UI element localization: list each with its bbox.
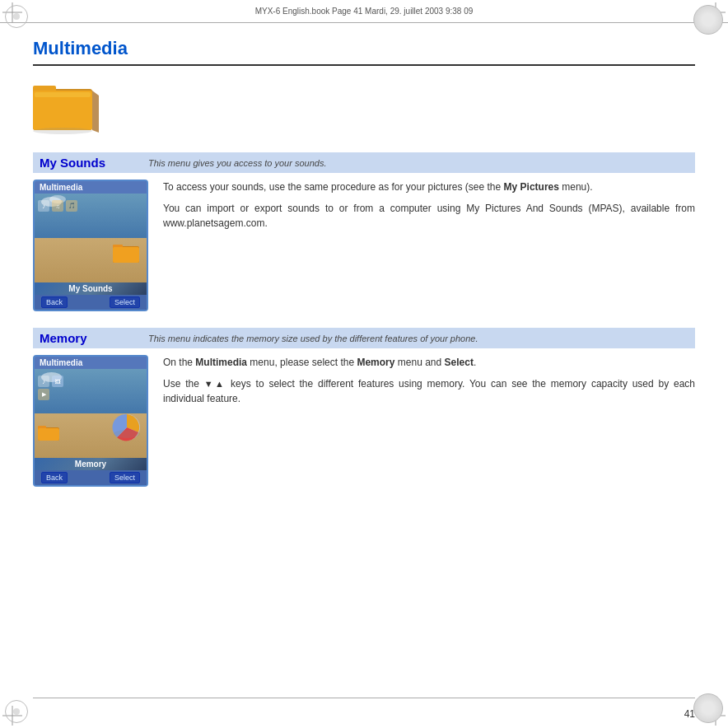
my-sounds-bold: My Pictures (504, 181, 559, 193)
header-bar: MYX-6 English.book Page 41 Mardi, 29. ju… (0, 0, 728, 23)
my-sounds-body: Multimedia ♪ ♫ 🎵 (33, 180, 695, 311)
memory-pic-icon: 🖼 (52, 376, 63, 387)
memory-arrows: ▼▲ (204, 379, 226, 389)
main-content: Multimedia My Sounds This me (33, 23, 695, 695)
memory-note-icon: ♪ (38, 376, 49, 387)
my-sounds-text-p1-end: menu). (559, 181, 593, 193)
memory-icon-row2: ▶ (38, 389, 63, 400)
memory-section: Memory This menu indicates the memory si… (33, 328, 695, 487)
my-sounds-phone: Multimedia ♪ ♫ 🎵 (33, 180, 148, 311)
memory-para2: Use the ▼▲ keys to select the different … (163, 376, 695, 406)
my-sounds-select-btn[interactable]: Select (110, 296, 140, 308)
my-sounds-para1: To access your sounds, use the same proc… (163, 180, 695, 194)
my-sounds-screen: ♪ ♫ 🎵 (35, 194, 147, 282)
memory-text-p1-mid: menu, please select the (247, 357, 357, 368)
bottom-rule (33, 698, 695, 698)
memory-screen: ♪ 🖼 ▶ (35, 369, 147, 458)
memory-pie-chart (110, 411, 143, 445)
my-sounds-para2: You can import or export sounds to or fr… (163, 201, 695, 231)
folder-icon-area (33, 79, 695, 139)
circle-top-right (693, 5, 723, 35)
my-sounds-title: My Sounds (40, 156, 138, 170)
memory-bold1: Multimedia (195, 357, 247, 368)
music-icon: ♫ (52, 200, 63, 212)
icon-list: ♪ ♫ 🎵 (38, 200, 77, 212)
memory-phone: Multimedia ♪ 🖼 ▶ (33, 355, 148, 487)
memory-text-p1-start: On the (163, 357, 195, 368)
my-sounds-text: To access your sounds, use the same proc… (163, 180, 695, 311)
my-sounds-text-p1: To access your sounds, use the same proc… (163, 181, 504, 193)
my-sounds-phone-header: Multimedia (35, 181, 147, 194)
memory-text-p2-start: Use the (163, 378, 204, 390)
memory-text-p1-end: . (474, 357, 476, 368)
memory-body: Multimedia ♪ 🖼 ▶ (33, 355, 695, 487)
memory-header: Memory This menu indicates the memory si… (33, 328, 695, 348)
page: MYX-6 English.book Page 41 Mardi, 29. ju… (0, 0, 728, 728)
svg-rect-21 (38, 428, 59, 441)
memory-text: On the Multimedia menu, please select th… (163, 355, 695, 487)
memory-bold3: Select (445, 357, 474, 368)
icon-row-1: ♪ ♫ 🎵 (38, 200, 77, 212)
memory-select-btn[interactable]: Select (110, 472, 140, 483)
memory-label: Memory (35, 458, 147, 470)
sound-icon: 🎵 (66, 200, 77, 212)
memory-folder-small (38, 424, 61, 445)
header-text: MYX-6 English.book Page 41 Mardi, 29. ju… (255, 7, 474, 16)
svg-marker-11 (92, 91, 99, 133)
my-sounds-phone-bottom: Back Select (35, 295, 147, 310)
memory-phone-header: Multimedia (35, 357, 147, 369)
memory-back-btn[interactable]: Back (41, 472, 68, 483)
folder-icon (33, 79, 99, 137)
memory-icon-row1: ♪ 🖼 (38, 376, 63, 387)
svg-point-18 (114, 430, 140, 438)
circle-bottom-right (693, 693, 723, 723)
memory-vid-icon: ▶ (38, 389, 49, 400)
page-number: 41 (684, 708, 695, 720)
memory-para1: On the Multimedia menu, please select th… (163, 355, 695, 370)
memory-text-p2-end: keys to select the different features us… (163, 378, 695, 404)
page-title: Multimedia (33, 38, 695, 66)
memory-title: Memory (40, 331, 138, 345)
circle-bottom-left (5, 700, 28, 723)
svg-rect-12 (35, 92, 91, 97)
my-sounds-desc: This menu gives you access to your sound… (148, 158, 326, 168)
memory-bold2: Memory (357, 357, 394, 368)
svg-point-13 (33, 128, 92, 134)
my-sounds-back-btn[interactable]: Back (41, 296, 68, 308)
memory-text-p1-mid2: menu and (394, 357, 444, 368)
svg-rect-16 (113, 247, 139, 263)
memory-phone-bottom: Back Select (35, 470, 147, 485)
memory-icon-list: ♪ 🖼 ▶ (38, 376, 63, 400)
circle-top-left (5, 5, 28, 28)
folder-small (113, 242, 142, 268)
note-icon: ♪ (38, 200, 49, 212)
my-sounds-section: My Sounds This menu gives you access to … (33, 152, 695, 311)
my-sounds-header: My Sounds This menu gives you access to … (33, 152, 695, 173)
memory-desc: This menu indicates the memory size used… (148, 334, 478, 343)
my-sounds-label: My Sounds (35, 282, 147, 295)
